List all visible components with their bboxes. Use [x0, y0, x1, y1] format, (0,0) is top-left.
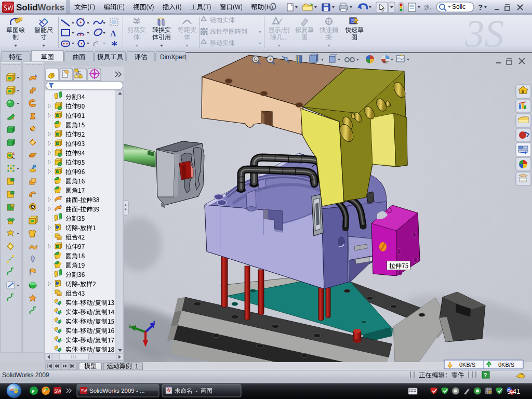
svg-text:e: e	[32, 388, 35, 395]
svg-text:3S: 3S	[464, 12, 504, 55]
svg-text:SolidWorks 2009 - ...: SolidWorks 2009 - ...	[89, 388, 145, 394]
svg-text:SolidWorks 2009: SolidWorks 2009	[2, 371, 49, 379]
svg-text:9:41: 9:41	[507, 388, 520, 395]
svg-text:0KB/S: 0KB/S	[459, 362, 475, 368]
svg-text:A: A	[110, 29, 116, 38]
svg-text:SolidWorks: SolidWorks	[16, 3, 64, 12]
svg-text:?: ?	[478, 3, 483, 11]
svg-text:?: ?	[484, 373, 487, 378]
svg-text:DimXpert: DimXpert	[160, 54, 187, 61]
svg-text:Solic: Solic	[452, 3, 466, 10]
svg-text:0KB/S: 0KB/S	[498, 362, 514, 368]
